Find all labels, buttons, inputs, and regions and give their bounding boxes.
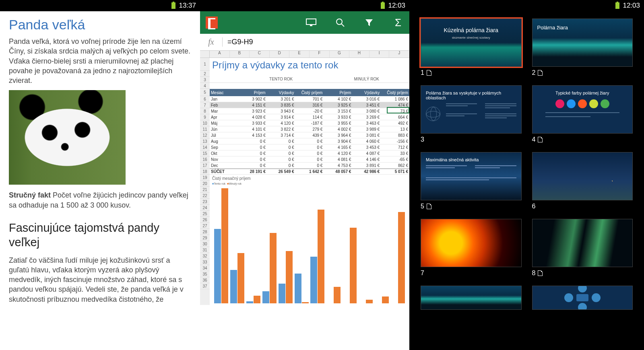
display-icon[interactable]	[305, 17, 317, 28]
svg-point-2	[336, 19, 342, 25]
notes-icon	[538, 137, 543, 142]
slide-item-5[interactable]: Maximálna slnečná aktivita 5	[421, 152, 522, 210]
slide-item-1[interactable]: Kúzelná polárna žiara skúmanie slnečnej …	[421, 19, 522, 76]
table-row[interactable]: Nov0 €0 €0 €4 081 €4 146 €-65 €	[210, 156, 409, 163]
slide-label: 7	[421, 270, 522, 277]
table-header-row: MesiacPríjemVýdavkyČistý príjemPríjemVýd…	[210, 89, 409, 96]
table-row[interactable]: Mar3 923 €3 943 €-20 €3 153 €3 080 €73 €	[210, 108, 409, 114]
table-row[interactable]: Feb4 151 €3 835 €316 €3 925 €3 451 €474 …	[210, 102, 409, 108]
bar-group	[326, 187, 341, 303]
slide-label: 3	[421, 136, 522, 143]
body-paragraph: Zatiaľ čo väčšina ľudí miluje jej kožuši…	[9, 255, 191, 304]
excel-toolbar: Σ	[200, 11, 409, 34]
col-header[interactable]: E	[289, 51, 310, 58]
slide-thumb[interactable]: Kúzelná polárna žiara skúmanie slnečnej …	[421, 19, 522, 67]
powerpoint-app-panel: 12:03 Kúzelná polárna žiara skúmanie sln…	[409, 0, 644, 350]
color-dots	[537, 99, 628, 108]
slide-thumb[interactable]	[532, 286, 633, 310]
status-time: 12:03	[388, 2, 405, 10]
table-row[interactable]: Jan3 902 €3 201 €701 €4 102 €3 016 €1 08…	[210, 96, 409, 102]
slide-thumb[interactable]	[421, 286, 522, 310]
status-time: 13:37	[179, 2, 196, 10]
svg-rect-0	[306, 19, 316, 25]
slide-thumb[interactable]: Polárna žiara	[532, 19, 633, 67]
col-header[interactable]: A	[210, 51, 230, 58]
bar-group	[310, 187, 325, 303]
table-row[interactable]: Dec0 €0 €0 €4 753 €3 891 €862 €	[210, 163, 409, 169]
year-header-row: TENTO ROK MINULÝ ROK	[210, 77, 409, 83]
slide-title: Maximálna slnečná aktivita	[426, 157, 516, 162]
bar-chart	[212, 187, 407, 303]
slide-thumb[interactable]	[532, 152, 633, 200]
chart-title: Čistý mesačný príjem	[212, 176, 407, 181]
col-header[interactable]: F	[310, 51, 330, 58]
bar-group	[262, 187, 277, 303]
slide-label: 5	[421, 203, 522, 210]
status-time: 12:03	[623, 2, 640, 10]
search-icon[interactable]	[334, 17, 346, 28]
spreadsheet-body[interactable]: 1234567891011121314151617181920212223242…	[200, 58, 409, 305]
chart-area[interactable]: Čistý mesačný príjem ■Tento rok ■Minulý …	[210, 175, 409, 305]
filter-icon[interactable]	[363, 17, 375, 28]
status-bar: 12:03	[200, 0, 409, 11]
slide-thumb[interactable]: Maximálna slnečná aktivita	[421, 152, 522, 200]
bar-group	[342, 187, 357, 303]
notes-icon	[538, 270, 543, 276]
col-header[interactable]: G	[330, 51, 350, 58]
col-header[interactable]: D	[270, 51, 290, 58]
notes-icon	[538, 70, 543, 76]
excel-app-panel: 12:03 Σ fx A B C D E F G H I J 123456789…	[200, 0, 409, 350]
diagram-icon	[576, 294, 588, 301]
bar-group	[358, 187, 373, 303]
table-row[interactable]: Apr4 028 €3 914 €114 €3 933 €3 269 €664 …	[210, 114, 409, 120]
slide-title: Typické farby polárnej žiary	[537, 91, 628, 95]
table-row[interactable]: Okt0 €0 €0 €4 120 €4 087 €33 €	[210, 150, 409, 156]
col-header[interactable]: I	[369, 51, 390, 58]
fx-icon[interactable]: fx	[200, 37, 223, 47]
table-total-row[interactable]: SÚČET28 191 €26 549 €1 642 €48 057 €42 9…	[210, 169, 409, 175]
column-headers: A B C D E F G H I J	[200, 51, 409, 58]
fact-paragraph: Stručný fakt Počet voľne žijúcich jedinc…	[9, 190, 191, 210]
slide-item-3[interactable]: Polárna žiara sa vyskytuje v polárnych o…	[421, 85, 522, 143]
sheet-title-cell[interactable]: Príjmy a výdavky za tento rok	[210, 58, 409, 71]
slide-label: 6	[532, 203, 633, 210]
slide-thumb[interactable]	[532, 219, 633, 267]
battery-icon	[615, 2, 619, 9]
document-body[interactable]: Panda veľká Panda veľká, ktorá vo voľnej…	[0, 11, 200, 315]
globe-icon	[426, 107, 440, 121]
col-header[interactable]: C	[250, 51, 270, 58]
slide-item-2[interactable]: Polárna žiara 2	[532, 19, 633, 76]
panda-image	[9, 90, 126, 185]
sum-icon[interactable]: Σ	[392, 17, 404, 28]
sheet-content[interactable]: Príjmy a výdavky za tento rok TENTO ROK …	[210, 58, 409, 305]
status-bar: 12:03	[409, 0, 644, 11]
col-header[interactable]: H	[349, 51, 369, 58]
table-row[interactable]: Sep0 €0 €0 €4 165 €3 453 €712 €	[210, 144, 409, 150]
notes-icon	[427, 204, 431, 209]
slide-item-6[interactable]: 6	[532, 152, 633, 210]
table-row[interactable]: Jún4 101 €3 822 €279 €4 002 €3 989 €13 €	[210, 126, 409, 132]
slide-item-8[interactable]: 8	[532, 219, 633, 277]
intro-paragraph: Panda veľká, ktorá vo voľnej prírode žij…	[9, 37, 191, 85]
table-row[interactable]: Aug0 €0 €0 €3 904 €4 060 €-156 €	[210, 138, 409, 144]
battery-icon	[171, 2, 175, 9]
slide-item-4[interactable]: Typické farby polárnej žiary 4	[532, 85, 633, 143]
table-row[interactable]: Máj3 933 €4 120 €-187 €3 955 €3 463 €492…	[210, 120, 409, 126]
slide-thumb[interactable]: Polárna žiara sa vyskytuje v polárnych o…	[421, 85, 522, 134]
slide-thumb[interactable]: Typické farby polárnej žiary	[532, 85, 633, 134]
slide-grid[interactable]: Kúzelná polárna žiara skúmanie slnečnej …	[409, 11, 644, 317]
slide-title: Polárna žiara	[537, 25, 568, 31]
bar-group	[214, 187, 229, 303]
formula-input[interactable]	[223, 38, 409, 46]
slide-thumb[interactable]	[421, 219, 522, 267]
formula-bar: fx	[200, 34, 409, 51]
slide-title: Kúzelná polárna žiara	[421, 27, 521, 33]
slide-item-10[interactable]	[532, 286, 633, 310]
table-row[interactable]: Júl4 153 €3 714 €439 €3 964 €3 081 €883 …	[210, 132, 409, 138]
slide-item-7[interactable]: 7	[421, 219, 522, 277]
slide-item-9[interactable]	[421, 286, 522, 310]
col-header[interactable]: B	[230, 51, 250, 58]
fact-label: Stručný fakt	[9, 191, 51, 199]
col-header[interactable]: J	[389, 51, 409, 58]
office-logo-icon[interactable]	[206, 16, 218, 29]
